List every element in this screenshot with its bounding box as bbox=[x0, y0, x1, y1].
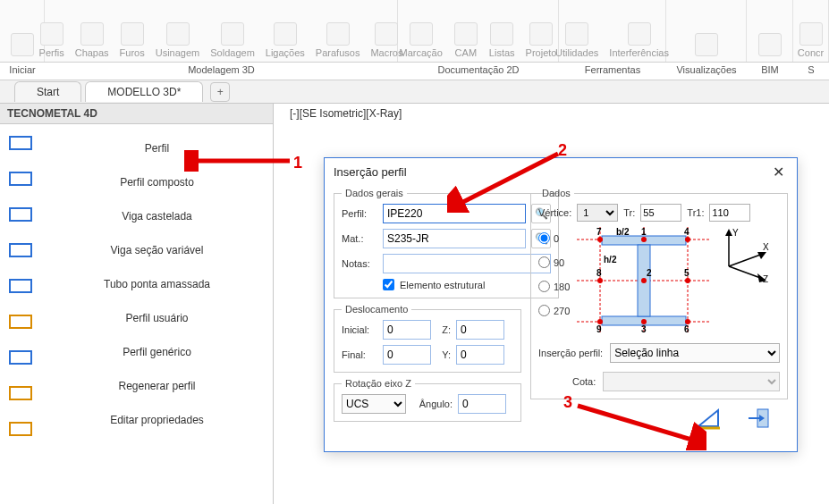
ribbon-item-label: Listas bbox=[489, 47, 515, 58]
svg-point-27 bbox=[597, 278, 603, 283]
tr1-input[interactable] bbox=[709, 204, 750, 222]
z-input[interactable] bbox=[456, 320, 504, 340]
ribbon-item[interactable]: Perfis bbox=[34, 21, 70, 60]
sidebar-item[interactable]: Tubo ponta amassada bbox=[41, 267, 273, 301]
tab-add[interactable]: + bbox=[210, 82, 230, 102]
rotation-radio[interactable] bbox=[538, 281, 550, 292]
ribbon-tab[interactable]: S bbox=[793, 63, 829, 80]
vertice-label: Vértice: bbox=[538, 207, 571, 218]
ribbon-tab[interactable]: Visualizações bbox=[666, 63, 747, 80]
legend-deslocamento: Deslocamento bbox=[342, 304, 411, 315]
ribbon-item[interactable]: Listas bbox=[484, 21, 520, 60]
rotation-radio[interactable] bbox=[538, 256, 550, 268]
ribbon-icon bbox=[758, 33, 782, 56]
sidebar-item[interactable]: Viga seção variável bbox=[41, 233, 273, 267]
ribbon-item[interactable]: Chapas bbox=[70, 21, 114, 60]
sidebar-item[interactable]: Regenerar perfil bbox=[41, 369, 273, 403]
ribbon-icon bbox=[40, 22, 63, 46]
close-icon[interactable]: ✕ bbox=[769, 164, 788, 181]
ribbon-item[interactable]: Soldagem bbox=[205, 21, 260, 60]
rotation-label: 180 bbox=[554, 281, 570, 292]
elemento-estrutural-checkbox[interactable] bbox=[383, 279, 394, 290]
final-input[interactable] bbox=[383, 345, 431, 365]
exit-icon bbox=[747, 407, 774, 430]
insert-profile-dialog: Inserção perfil ✕ Dados gerais Perfil: 🔍… bbox=[324, 157, 798, 452]
ribbon-icon bbox=[11, 33, 34, 56]
ribbon-tab[interactable]: Modelagem 3D bbox=[45, 63, 398, 80]
ribbon-icon bbox=[695, 33, 718, 56]
rotation-radio[interactable] bbox=[538, 305, 550, 316]
confirm-button[interactable] bbox=[693, 405, 723, 432]
sidebar-item[interactable]: Perfil usuário bbox=[41, 301, 273, 335]
tab-start[interactable]: Start bbox=[14, 81, 81, 102]
ribbon-tab[interactable]: Documentação 2D bbox=[398, 63, 559, 80]
ribbon-tab[interactable]: Iniciar bbox=[0, 63, 45, 80]
rotation-option[interactable]: 90 bbox=[538, 256, 570, 268]
ribbon-item-label: Utilidades bbox=[555, 47, 598, 58]
side-item-icon bbox=[5, 308, 36, 335]
svg-text:6: 6 bbox=[684, 324, 689, 334]
rotacao-sys-select[interactable]: UCS bbox=[342, 394, 406, 414]
ribbon-tab[interactable]: BIM bbox=[747, 63, 793, 80]
notas-label: Notas: bbox=[342, 258, 377, 269]
svg-text:Y: Y bbox=[732, 228, 739, 238]
sidebar-item[interactable]: Editar propriedades bbox=[41, 403, 273, 437]
perfil-label: Perfil: bbox=[342, 208, 377, 219]
sidebar-item[interactable]: Viga castelada bbox=[41, 199, 273, 233]
ribbon-item[interactable]: Furos bbox=[114, 21, 150, 60]
side-panel-title: TECNOMETAL 4D bbox=[0, 104, 273, 124]
y-input[interactable] bbox=[456, 345, 504, 365]
svg-point-29 bbox=[685, 278, 690, 283]
y-label: Y: bbox=[436, 349, 451, 360]
vertice-select[interactable]: 1 bbox=[577, 204, 618, 222]
rotation-option[interactable]: 270 bbox=[538, 305, 570, 316]
annotation-3: 3 bbox=[563, 393, 572, 412]
rotation-radio[interactable] bbox=[538, 232, 550, 244]
profile-preview-icon: 7 1 4 8 2 5 9 3 6 b/2 h/2 bbox=[577, 227, 711, 334]
sidebar-item[interactable]: Perfil genérico bbox=[41, 335, 273, 369]
ribbon-item[interactable]: Parafusos bbox=[310, 21, 366, 60]
ribbon-item[interactable]: Interferências bbox=[604, 21, 674, 60]
cota-label: Cota: bbox=[572, 376, 596, 387]
cota-select[interactable] bbox=[603, 372, 780, 391]
svg-rect-2 bbox=[10, 208, 31, 221]
ribbon-item[interactable]: CAM bbox=[448, 21, 484, 60]
ribbon-icon bbox=[454, 22, 478, 46]
rotation-option[interactable]: 180 bbox=[538, 281, 570, 292]
svg-marker-53 bbox=[698, 410, 718, 426]
ribbon-item[interactable]: Concr bbox=[792, 21, 829, 60]
sidebar-item[interactable]: Perfil bbox=[41, 131, 273, 165]
ribbon-item[interactable]: Ligações bbox=[260, 21, 310, 60]
svg-point-28 bbox=[641, 278, 647, 283]
perfil-input[interactable] bbox=[383, 204, 526, 223]
mat-input[interactable] bbox=[383, 229, 526, 248]
ribbon-item[interactable] bbox=[752, 31, 788, 60]
ribbon-item[interactable] bbox=[689, 31, 724, 60]
notas-input[interactable] bbox=[383, 254, 551, 273]
side-item-icon bbox=[5, 273, 36, 299]
group-dados: Dados Vértice: 1 Tr: Tr1: 090180270 bbox=[530, 188, 788, 399]
svg-text:7: 7 bbox=[596, 227, 602, 237]
ribbon-item[interactable]: Utilidades bbox=[550, 21, 604, 60]
side-item-icon bbox=[5, 344, 36, 371]
annotation-2: 2 bbox=[558, 141, 567, 160]
tab-modello-3d[interactable]: MODELLO 3D* bbox=[85, 81, 203, 102]
rotation-option[interactable]: 0 bbox=[538, 232, 570, 244]
ribbon-tabs: IniciarModelagem 3DDocumentação 2DFerram… bbox=[0, 63, 829, 80]
svg-point-24 bbox=[597, 237, 603, 242]
svg-point-26 bbox=[685, 237, 690, 242]
svg-text:5: 5 bbox=[684, 268, 689, 278]
inicial-input[interactable] bbox=[383, 320, 431, 340]
document-tabs: Start MODELLO 3D* + bbox=[0, 80, 829, 104]
angulo-input[interactable] bbox=[458, 394, 506, 414]
rotation-label: 0 bbox=[554, 233, 559, 244]
ribbon-tab[interactable]: Ferramentas bbox=[559, 63, 666, 80]
ribbon-item-label: Marcação bbox=[400, 47, 443, 58]
tr-input[interactable] bbox=[640, 204, 681, 222]
svg-text:1: 1 bbox=[641, 227, 647, 237]
exit-button[interactable] bbox=[745, 405, 775, 432]
ribbon-item[interactable]: Usinagem bbox=[150, 21, 206, 60]
ribbon-item[interactable]: Marcação bbox=[394, 21, 448, 60]
insercao-perfil-select[interactable]: Seleção linha bbox=[610, 343, 780, 363]
sidebar-item[interactable]: Perfil composto bbox=[41, 165, 273, 199]
